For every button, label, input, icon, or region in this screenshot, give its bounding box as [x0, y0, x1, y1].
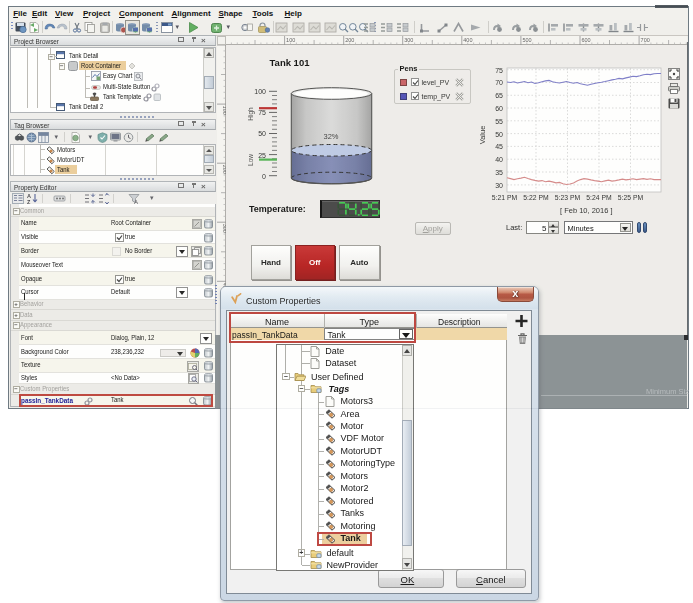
svg-text:65: 65	[495, 92, 503, 99]
svg-text:5:25 PM: 5:25 PM	[618, 194, 644, 201]
svg-text:200: 200	[345, 37, 354, 43]
svg-text:5:21 PM: 5:21 PM	[492, 194, 518, 201]
svg-text:75: 75	[495, 67, 503, 74]
svg-text:700: 700	[640, 37, 649, 43]
svg-text:5:24 PM: 5:24 PM	[586, 194, 612, 201]
svg-text:5:23 PM: 5:23 PM	[555, 194, 581, 201]
svg-text:60: 60	[495, 105, 503, 112]
svg-text:50: 50	[495, 131, 503, 138]
svg-text:25: 25	[258, 152, 266, 159]
svg-text:55: 55	[495, 118, 503, 125]
svg-text:Z: Z	[27, 198, 31, 204]
svg-text:Low: Low	[247, 154, 254, 166]
svg-text:100: 100	[286, 37, 295, 43]
svg-text:600: 600	[581, 37, 590, 43]
svg-text:Value: Value	[478, 126, 487, 145]
svg-text:32%: 32%	[323, 132, 338, 141]
svg-text:0: 0	[262, 173, 266, 180]
svg-text:5:22 PM: 5:22 PM	[523, 194, 549, 201]
svg-text:30: 30	[495, 182, 503, 189]
svg-text:75: 75	[258, 109, 266, 116]
svg-text:100: 100	[254, 88, 266, 95]
svg-text:40: 40	[495, 156, 503, 163]
svg-text:A: A	[134, 198, 138, 204]
svg-text:45: 45	[495, 143, 503, 150]
svg-text:500: 500	[522, 37, 531, 43]
svg-text:High: High	[247, 107, 255, 121]
svg-text:400: 400	[463, 37, 472, 43]
svg-text:35: 35	[495, 169, 503, 176]
svg-text:70: 70	[495, 79, 503, 86]
svg-text:300: 300	[404, 37, 413, 43]
svg-text:50: 50	[258, 130, 266, 137]
